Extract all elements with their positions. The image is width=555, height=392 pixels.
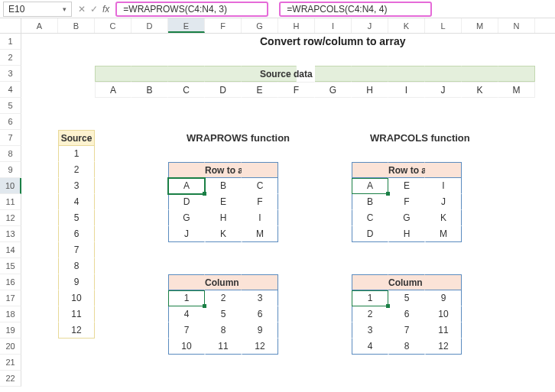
cell[interactable] <box>462 162 498 178</box>
cell[interactable]: 9 <box>242 322 278 339</box>
cell[interactable]: 5 <box>205 306 242 322</box>
cell[interactable] <box>95 50 131 66</box>
cell[interactable]: 6 <box>388 306 425 322</box>
cell[interactable] <box>315 114 352 130</box>
cell[interactable] <box>498 226 535 242</box>
cancel-icon[interactable]: ✕ <box>78 4 86 15</box>
cell[interactable]: M <box>425 226 462 242</box>
cell[interactable] <box>95 242 131 258</box>
cell[interactable] <box>315 371 352 387</box>
row-header[interactable]: 3 <box>0 66 21 82</box>
cell[interactable] <box>131 34 168 50</box>
col-header[interactable]: I <box>315 18 352 33</box>
cell[interactable]: 7 <box>58 242 95 258</box>
cell[interactable] <box>462 242 498 258</box>
row-header[interactable]: 18 <box>0 306 21 322</box>
cell[interactable] <box>462 130 498 146</box>
cell[interactable] <box>498 178 535 194</box>
cell[interactable] <box>278 50 315 66</box>
cell[interactable]: 7 <box>388 322 425 339</box>
cell[interactable]: I <box>425 178 462 194</box>
cell[interactable]: 10 <box>425 306 462 322</box>
cell[interactable] <box>498 355 535 371</box>
cell[interactable] <box>278 258 315 274</box>
cell[interactable]: F <box>242 194 278 210</box>
cell[interactable] <box>131 242 168 258</box>
cell[interactable] <box>315 98 352 114</box>
cell[interactable] <box>462 322 498 339</box>
cell[interactable]: F <box>388 194 425 210</box>
cell[interactable] <box>278 114 315 130</box>
cell[interactable] <box>315 290 352 306</box>
cell[interactable] <box>21 242 58 258</box>
cell[interactable] <box>131 194 168 210</box>
cell[interactable] <box>242 130 278 146</box>
cell[interactable] <box>95 322 131 339</box>
cell[interactable]: C <box>168 82 205 98</box>
cell[interactable]: 7 <box>168 322 205 339</box>
cell[interactable]: F <box>278 82 315 98</box>
cell[interactable] <box>425 274 462 290</box>
cell[interactable] <box>131 98 168 114</box>
cell[interactable] <box>58 114 95 130</box>
cell[interactable]: Convert row/column to array <box>260 34 297 50</box>
cell[interactable] <box>58 82 95 98</box>
cell[interactable] <box>498 146 535 162</box>
cell[interactable] <box>498 66 535 82</box>
cell[interactable] <box>205 355 242 371</box>
cell[interactable] <box>315 242 352 258</box>
cell[interactable] <box>205 34 242 50</box>
col-header[interactable]: D <box>131 18 168 33</box>
cell[interactable] <box>21 146 58 162</box>
cell[interactable] <box>352 66 388 82</box>
spreadsheet-grid[interactable]: A B C D E F G H I J K L M N 1Convert row… <box>0 18 555 387</box>
cell[interactable] <box>168 146 205 162</box>
cell[interactable]: 10 <box>168 339 205 355</box>
cell[interactable] <box>462 50 498 66</box>
col-header[interactable]: C <box>95 18 131 33</box>
cell[interactable] <box>352 98 388 114</box>
accept-icon[interactable]: ✓ <box>90 4 98 15</box>
cell[interactable]: K <box>462 82 498 98</box>
cell[interactable] <box>21 82 58 98</box>
cell[interactable]: 1 <box>168 290 205 306</box>
cell[interactable]: 3 <box>352 322 388 339</box>
cell[interactable] <box>95 130 131 146</box>
cell[interactable] <box>462 274 498 290</box>
row-header[interactable]: 4 <box>0 82 21 98</box>
row-header[interactable]: 19 <box>0 322 21 339</box>
cell[interactable] <box>205 146 242 162</box>
cell[interactable] <box>352 274 388 290</box>
cell[interactable] <box>242 274 278 290</box>
cell[interactable] <box>315 146 352 162</box>
cell[interactable] <box>315 210 352 226</box>
cell[interactable] <box>462 34 498 50</box>
row-header[interactable]: 9 <box>0 162 21 178</box>
cell[interactable]: 12 <box>242 339 278 355</box>
cell[interactable] <box>58 34 95 50</box>
cell[interactable] <box>462 339 498 355</box>
cell[interactable] <box>58 50 95 66</box>
cell[interactable] <box>315 339 352 355</box>
cell[interactable] <box>131 210 168 226</box>
cell[interactable]: M <box>498 82 535 98</box>
cell[interactable] <box>315 226 352 242</box>
row-header[interactable]: 10 <box>0 178 21 194</box>
cell[interactable] <box>21 162 58 178</box>
cell[interactable] <box>498 130 535 146</box>
cell[interactable]: G <box>168 210 205 226</box>
col-header[interactable]: K <box>388 18 425 33</box>
cell[interactable]: I <box>388 82 425 98</box>
cell[interactable] <box>168 274 205 290</box>
cell[interactable]: G <box>315 82 352 98</box>
cell[interactable] <box>131 130 168 146</box>
cell[interactable]: J <box>425 82 462 98</box>
cell[interactable] <box>388 258 425 274</box>
cell[interactable] <box>462 290 498 306</box>
cell[interactable] <box>278 98 315 114</box>
cell[interactable]: J <box>168 226 205 242</box>
cell[interactable] <box>462 178 498 194</box>
cell[interactable] <box>95 178 131 194</box>
cell[interactable] <box>21 226 58 242</box>
cell[interactable] <box>425 114 462 130</box>
